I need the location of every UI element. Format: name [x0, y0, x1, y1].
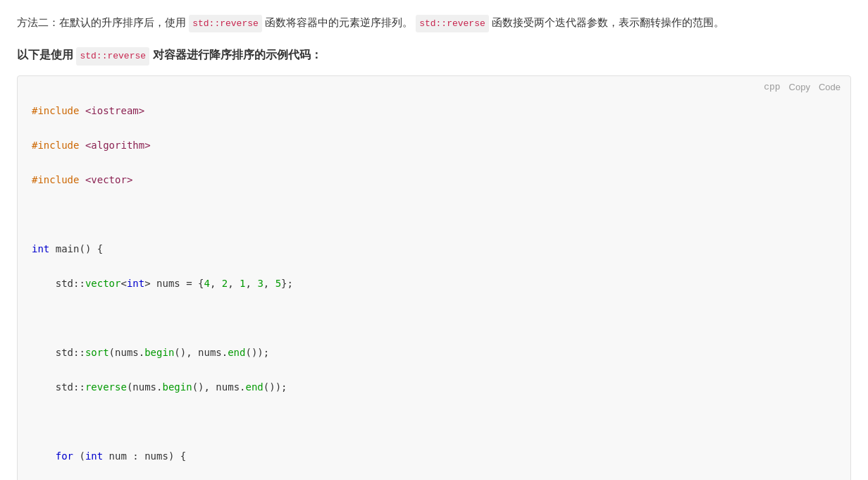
num-1: 1: [240, 278, 245, 289]
vector-decl: std::vector<int> nums = {4, 2, 1, 3, 5};: [56, 278, 293, 289]
header-iostream: <iostream>: [85, 105, 144, 116]
section-title-text-2: 对容器进行降序排序的示例代码：: [153, 49, 322, 61]
section-title: 以下是使用 std::reverse 对容器进行降序排序的示例代码：: [17, 45, 851, 66]
code-line-10: [32, 413, 836, 431]
sort-call: std::sort(nums.begin(), nums.end());: [56, 347, 269, 358]
desc-text-1: 方法二：在默认的升序排序后，使用: [17, 16, 186, 28]
code-line-5: int main() {: [32, 240, 836, 258]
copy-button[interactable]: Copy: [789, 82, 810, 92]
code-line-11: for (int num : nums) {: [32, 448, 836, 465]
begin-func-1: begin: [144, 347, 174, 358]
reverse-call: std::reverse(nums.begin(), nums.end());: [56, 381, 287, 393]
toolbar-lang: cpp: [764, 82, 780, 92]
sort-func: sort: [85, 347, 109, 358]
int-type: int: [127, 278, 144, 289]
num-3: 3: [257, 278, 263, 289]
code-line-6: std::vector<int> nums = {4, 2, 1, 3, 5};: [32, 275, 836, 293]
code-line-1: #include <iostream>: [32, 102, 836, 120]
code-line-7: [32, 309, 836, 327]
for-body: num : nums) {: [109, 450, 187, 462]
begin-func-2: begin: [162, 381, 192, 393]
code-line-8: std::sort(nums.begin(), nums.end());: [32, 344, 836, 362]
code-line-3: #include <vector>: [32, 171, 836, 189]
code-line-9: std::reverse(nums.begin(), nums.end());: [32, 379, 836, 396]
num-5: 5: [275, 278, 281, 289]
vector-type: vector: [85, 278, 121, 289]
reverse-func: reverse: [85, 381, 127, 393]
inline-code-reverse-1: std::reverse: [189, 15, 262, 32]
num-4: 4: [204, 278, 209, 289]
include-keyword-1: #include: [32, 105, 79, 116]
inline-code-reverse-2: std::reverse: [416, 15, 489, 32]
code-toolbar: cpp Copy Code: [18, 76, 850, 95]
code-block-wrapper: cpp Copy Code #include <iostream> #inclu…: [17, 75, 851, 480]
description-paragraph: 方法二：在默认的升序排序后，使用 std::reverse 函数将容器中的元素逆…: [17, 13, 851, 32]
desc-text-3: 函数接受两个迭代器参数，表示翻转操作的范围。: [492, 16, 724, 28]
num-2: 2: [222, 278, 228, 289]
end-func-1: end: [228, 347, 245, 358]
page-container: 方法二：在默认的升序排序后，使用 std::reverse 函数将容器中的元素逆…: [0, 0, 868, 480]
code-line-4: [32, 206, 836, 223]
main-func: main() {: [56, 243, 103, 254]
code-pre: #include <iostream> #include <algorithm>…: [32, 102, 836, 480]
header-algorithm: <algorithm>: [85, 140, 151, 151]
end-func-2: end: [245, 381, 263, 393]
header-vector: <vector>: [85, 174, 132, 185]
inline-code-reverse-3: std::reverse: [76, 47, 149, 65]
desc-text-2: 函数将容器中的元素逆序排列。: [265, 16, 413, 28]
kw-int2: int: [85, 450, 103, 462]
toolbar-code-label: Code: [819, 82, 841, 92]
kw-int: int: [32, 243, 49, 254]
code-line-2: #include <algorithm>: [32, 137, 836, 154]
include-keyword-3: #include: [32, 174, 79, 185]
section-title-text-1: 以下是使用: [17, 49, 73, 61]
include-keyword-2: #include: [32, 140, 79, 151]
kw-for: for: [56, 450, 73, 462]
code-block: #include <iostream> #include <algorithm>…: [18, 95, 850, 480]
